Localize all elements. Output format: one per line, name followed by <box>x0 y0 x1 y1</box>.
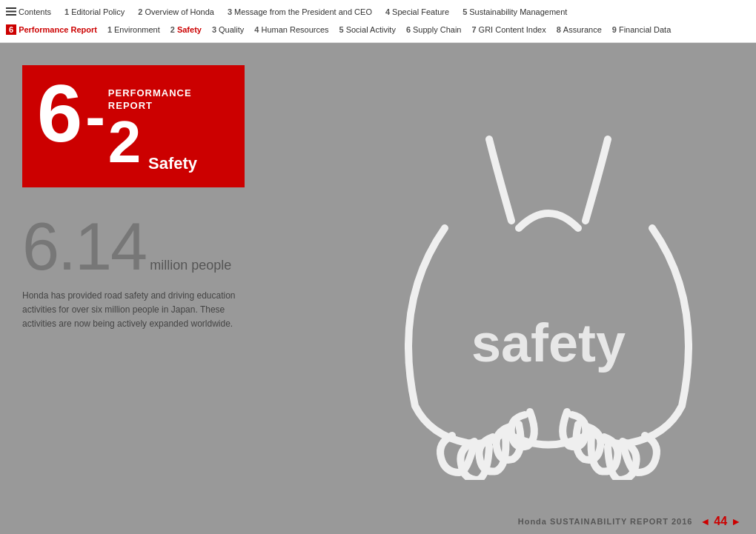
section-major-num: 6 <box>37 73 82 154</box>
next-page-arrow[interactable]: ► <box>731 515 741 527</box>
nav-message-label: Message from the President and CEO <box>234 7 372 16</box>
nav-assurance-label: Assurance <box>563 25 602 34</box>
nav-gri-label: GRI Content Index <box>479 25 546 34</box>
nav-sub-1: 1 <box>107 25 112 34</box>
nav-row-2: 6 Performance Report 1 Environment 2 Saf… <box>6 24 750 38</box>
nav-contents[interactable]: Contents <box>6 7 51 16</box>
stats-section: 6.14 million people Honda has provided r… <box>22 213 259 332</box>
nav-quality-label: Quality <box>219 25 244 34</box>
nav-message[interactable]: 3 Message from the President and CEO <box>228 7 372 16</box>
svg-rect-0 <box>6 7 16 9</box>
nav-num-4: 4 <box>385 7 390 16</box>
nav-num-2: 2 <box>138 7 142 16</box>
brand-label: Honda SUSTAINABILITY REPORT 2016 <box>518 517 693 526</box>
page-number: 44 <box>714 515 727 528</box>
nav-supply[interactable]: 6 Supply Chain <box>406 25 462 34</box>
nav-overview-label: Overview of Honda <box>145 7 214 16</box>
nav-row-1: Contents 1 Editorial Policy 2 Overview o… <box>6 4 750 16</box>
nav-num-1: 1 <box>64 7 69 16</box>
safety-illustration: safety <box>363 80 734 495</box>
hero-box: 6 - PERFORMANCE REPORT 2 Safety <box>22 65 245 187</box>
contents-label: Contents <box>19 7 51 16</box>
nav-hr[interactable]: 4 Human Resources <box>254 25 328 34</box>
nav-safety[interactable]: 2 Safety <box>170 25 202 34</box>
menu-icon <box>6 7 16 16</box>
nav-sub-8: 8 <box>557 25 561 34</box>
nav-editorial[interactable]: 1 Editorial Policy <box>64 7 125 16</box>
stat-unit: million people <box>150 258 231 273</box>
nav-performance-label: Performance Report <box>19 25 97 34</box>
prev-page-arrow[interactable]: ◄ <box>700 515 710 527</box>
main-content: 6 - PERFORMANCE REPORT 2 Safety 6.14 mil… <box>0 43 756 534</box>
nav-financial[interactable]: 9 Financial Data <box>612 25 671 34</box>
nav-sustainability[interactable]: 5 Sustainability Management <box>462 7 567 16</box>
nav-special-label: Special Feature <box>392 7 449 16</box>
nav-supply-label: Supply Chain <box>413 25 461 34</box>
svg-rect-1 <box>6 11 16 13</box>
nav-special[interactable]: 4 Special Feature <box>385 7 449 16</box>
safety-title: Safety <box>148 154 197 173</box>
stat-big-number: 6.14 <box>22 213 146 280</box>
safety-text-graphic: safety <box>471 313 626 373</box>
nav-sustainability-label: Sustainability Management <box>469 7 567 16</box>
nav-safety-label: Safety <box>177 25 202 34</box>
nav-editorial-label: Editorial Policy <box>71 7 125 16</box>
nav-sub-4: 4 <box>254 25 259 34</box>
page-navigation: ◄ 44 ► <box>700 515 741 528</box>
nav-performance[interactable]: 6 Performance Report <box>6 24 97 35</box>
nav-sub-5: 5 <box>339 25 344 34</box>
nav-assurance[interactable]: 8 Assurance <box>557 25 602 34</box>
stat-description: Honda has provided road safety and drivi… <box>22 289 237 332</box>
safety-graphic: safety <box>371 95 726 480</box>
nav-num-5: 5 <box>462 7 467 16</box>
top-navigation: Contents 1 Editorial Policy 2 Overview o… <box>0 0 756 43</box>
nav-sub-9: 9 <box>612 25 617 34</box>
nav-environment[interactable]: 1 Environment <box>107 25 160 34</box>
svg-rect-2 <box>6 14 16 16</box>
nav-social-label: Social Activity <box>346 25 396 34</box>
nav-hr-label: Human Resources <box>261 25 328 34</box>
nav-num-6: 6 <box>6 24 16 35</box>
section-dash: - <box>82 87 108 147</box>
nav-quality[interactable]: 3 Quality <box>212 25 244 34</box>
nav-environment-label: Environment <box>114 25 160 34</box>
nav-gri[interactable]: 7 GRI Content Index <box>471 25 546 34</box>
nav-sub-6: 6 <box>406 25 411 34</box>
nav-sub-3: 3 <box>212 25 216 34</box>
nav-overview[interactable]: 2 Overview of Honda <box>138 7 214 16</box>
page-footer: Honda SUSTAINABILITY REPORT 2016 ◄ 44 ► <box>518 515 741 528</box>
nav-num-3: 3 <box>228 7 232 16</box>
nav-sub-7: 7 <box>471 25 476 34</box>
nav-social[interactable]: 5 Social Activity <box>339 25 396 34</box>
nav-sub-2: 2 <box>170 25 175 34</box>
stat-number-row: 6.14 million people <box>22 213 259 280</box>
nav-financial-label: Financial Data <box>619 25 671 34</box>
